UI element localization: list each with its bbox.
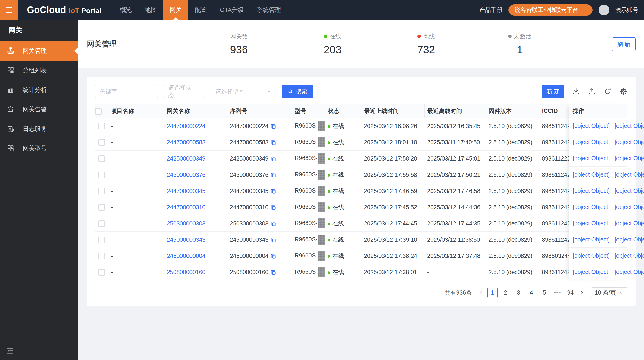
row-checkbox[interactable] xyxy=(98,188,105,194)
project-cell: - xyxy=(108,183,164,199)
gateway-name-link[interactable]: 244700000583 xyxy=(167,139,206,145)
col-gateway-name: 网关名称 xyxy=(164,104,227,118)
page-number[interactable]: 4 xyxy=(526,288,536,298)
action-link[interactable]: [object Object] xyxy=(573,155,614,162)
col-offline-time: 最近离线时间 xyxy=(424,104,486,118)
row-checkbox[interactable] xyxy=(98,139,105,146)
product-manual-link[interactable]: 产品手册 xyxy=(479,6,502,14)
create-button[interactable]: 新 建 xyxy=(542,85,564,98)
nav-item[interactable]: 系统管理 xyxy=(250,0,287,20)
gateway-name-link[interactable]: 244700000224 xyxy=(167,123,206,129)
action-link[interactable]: [object Object] xyxy=(614,155,644,162)
next-page-button[interactable] xyxy=(577,288,587,298)
model-value: R9660S- xyxy=(295,252,318,259)
page-number[interactable]: ••• xyxy=(552,288,562,298)
sidebar-item[interactable]: 网关型号 xyxy=(0,138,78,158)
refresh-icon[interactable] xyxy=(604,87,612,95)
row-checkbox[interactable] xyxy=(98,220,105,227)
page-number[interactable]: 94 xyxy=(565,288,576,298)
action-link[interactable]: [object Object] xyxy=(573,269,614,275)
page-size-select[interactable]: 10 条/页 xyxy=(591,287,627,298)
action-link[interactable]: [object Object] xyxy=(573,122,614,129)
action-link[interactable]: [object Object] xyxy=(614,236,644,243)
gateway-name-link[interactable]: 250300000303 xyxy=(167,220,206,227)
search-button[interactable]: 搜索 xyxy=(282,85,313,98)
gateway-name-link[interactable]: 245000000376 xyxy=(167,171,206,178)
avatar[interactable] xyxy=(598,5,609,15)
action-link[interactable]: [object Object] xyxy=(614,204,644,210)
model-value: R9660S- xyxy=(295,171,318,177)
copy-icon[interactable] xyxy=(270,172,276,178)
nav-item[interactable]: OTA升级 xyxy=(213,0,250,20)
action-link[interactable]: [object Object] xyxy=(614,188,644,194)
action-link[interactable]: [object Object] xyxy=(573,236,614,243)
copy-icon[interactable] xyxy=(270,237,276,243)
row-checkbox[interactable] xyxy=(98,123,105,129)
status-select[interactable]: 请选择状态 xyxy=(164,85,205,98)
row-checkbox[interactable] xyxy=(98,269,105,276)
operations-column: 操作 [object Object] xyxy=(569,104,627,280)
firmware-cell: 2.5.10 (dec0829) xyxy=(486,232,539,248)
action-link[interactable]: [object Object] xyxy=(614,252,644,259)
copy-icon[interactable] xyxy=(270,204,276,210)
copy-icon[interactable] xyxy=(270,269,276,275)
sidebar-item[interactable]: 网关告警 xyxy=(0,99,78,119)
action-link[interactable]: [object Object] xyxy=(573,171,614,178)
model-select[interactable]: 请选择型号 xyxy=(212,85,276,98)
action-link[interactable]: [object Object] xyxy=(614,220,644,227)
action-link[interactable]: [object Object] xyxy=(614,122,644,129)
copy-icon[interactable] xyxy=(270,188,276,194)
prev-page-button[interactable] xyxy=(476,288,486,298)
collapse-sidebar-icon[interactable] xyxy=(6,346,14,355)
copy-icon[interactable] xyxy=(270,123,276,129)
nav-item[interactable]: 配置 xyxy=(188,0,213,20)
hamburger-menu-icon[interactable] xyxy=(0,0,18,20)
nav-item[interactable]: 网关 xyxy=(163,0,188,20)
platform-selector[interactable]: 锐谷智联工业物联云平台 xyxy=(508,5,592,16)
upload-icon[interactable] xyxy=(588,87,596,95)
copy-icon[interactable] xyxy=(270,221,276,227)
offline-time-cell: - xyxy=(424,264,486,280)
refresh-button[interactable]: 刷 新 xyxy=(612,37,636,51)
action-link[interactable]: [object Object] xyxy=(573,139,614,145)
action-link[interactable]: [object Object] xyxy=(614,269,644,275)
chevron-down-icon xyxy=(619,290,624,295)
status-value: 在线 xyxy=(332,204,344,210)
sidebar-item[interactable]: 日志服务 xyxy=(0,119,78,138)
gateway-name-link[interactable]: 250800000160 xyxy=(167,269,206,275)
sidebar-item[interactable]: 分组列表 xyxy=(0,61,78,80)
nav-item[interactable]: 概览 xyxy=(113,0,138,20)
download-icon[interactable] xyxy=(572,87,580,95)
sidebar-item[interactable]: 网关管理 xyxy=(0,41,78,61)
row-checkbox[interactable] xyxy=(98,204,105,211)
row-checkbox[interactable] xyxy=(98,253,105,259)
page-number[interactable]: 2 xyxy=(500,288,510,298)
page-number[interactable]: 3 xyxy=(513,288,524,298)
action-link[interactable]: [object Object] xyxy=(614,171,644,178)
action-link[interactable]: [object Object] xyxy=(573,220,614,227)
nav-item[interactable]: 地图 xyxy=(138,0,163,20)
select-all-checkbox[interactable] xyxy=(95,108,102,115)
keyword-input[interactable] xyxy=(95,85,158,98)
status-dot xyxy=(508,35,512,38)
copy-icon[interactable] xyxy=(270,156,276,162)
row-checkbox[interactable] xyxy=(98,237,105,243)
gateway-name-link[interactable]: 244700000310 xyxy=(167,204,206,210)
gateway-icon xyxy=(7,47,14,55)
page-number[interactable]: 5 xyxy=(539,288,550,298)
row-checkbox[interactable] xyxy=(98,155,105,162)
gateway-name-link[interactable]: 242500000349 xyxy=(167,155,206,162)
action-link[interactable]: [object Object] xyxy=(573,252,614,259)
gateway-name-link[interactable]: 245000000343 xyxy=(167,236,206,243)
action-link[interactable]: [object Object] xyxy=(614,139,644,145)
page-number[interactable]: 1 xyxy=(488,288,498,298)
action-link[interactable]: [object Object] xyxy=(573,204,614,210)
action-link[interactable]: [object Object] xyxy=(573,188,614,194)
gateway-name-link[interactable]: 245000000004 xyxy=(167,253,206,259)
sidebar-item[interactable]: 统计分析 xyxy=(0,80,78,99)
gear-icon[interactable] xyxy=(620,87,627,95)
copy-icon[interactable] xyxy=(270,253,276,259)
gateway-name-link[interactable]: 244700000345 xyxy=(167,188,206,194)
row-checkbox[interactable] xyxy=(98,172,105,178)
copy-icon[interactable] xyxy=(270,139,276,145)
